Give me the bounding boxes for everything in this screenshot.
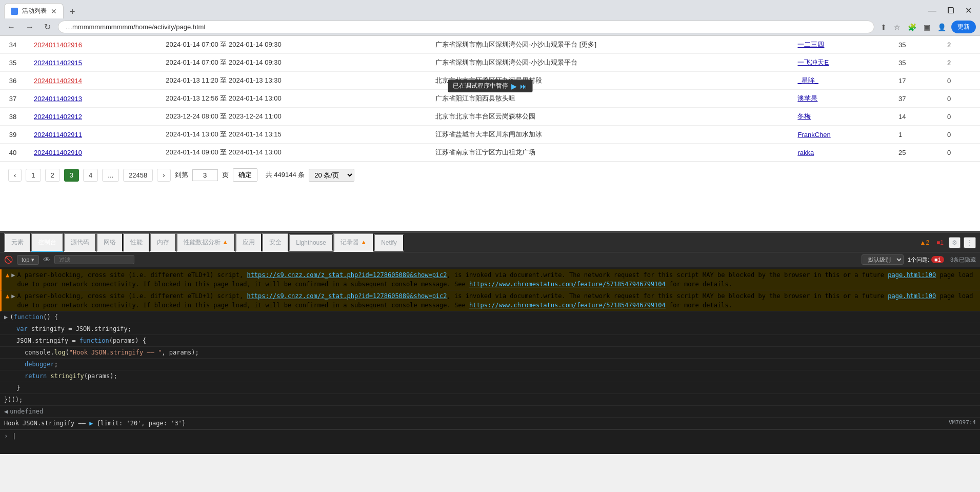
- console-eye-button[interactable]: 👁: [43, 255, 50, 264]
- close-window-button[interactable]: ✕: [961, 5, 976, 16]
- page-2-button[interactable]: 2: [45, 169, 60, 182]
- warning-file-link-2[interactable]: page.html:100: [888, 292, 936, 300]
- tab-recorder[interactable]: 记录器 ▲: [333, 233, 374, 252]
- tab-security[interactable]: 安全: [262, 233, 289, 252]
- console-code-line-2: var stringify = JSON.stringify;: [0, 323, 980, 335]
- maximize-button[interactable]: ⧠: [943, 5, 959, 16]
- back-button[interactable]: ←: [4, 22, 18, 33]
- devtools-settings-button[interactable]: ⚙: [949, 237, 961, 248]
- activity-time: 2024-01-14 09:00 至 2024-01-14 13:00: [157, 144, 427, 162]
- page-4-button[interactable]: 4: [83, 169, 98, 182]
- expand-icon[interactable]: ▶: [11, 270, 15, 280]
- total-count: 共 449144 条: [266, 170, 305, 180]
- address-input[interactable]: [58, 21, 874, 33]
- tab-console[interactable]: 控制台: [31, 233, 64, 252]
- warning-link-1[interactable]: https://s9.cnzz.com/z_stat.php?id=127860…: [247, 271, 447, 279]
- code-expand-icon[interactable]: ▶: [4, 312, 8, 322]
- activity-author[interactable]: rakka: [789, 144, 890, 162]
- forward-button[interactable]: →: [23, 22, 37, 33]
- console-output-hook: Hook JSON.stringify —— ▶ {limit: '20', p…: [0, 418, 980, 429]
- code-text-6: return stringify(params);: [25, 371, 976, 381]
- output-expand: ◀: [4, 407, 8, 416]
- warning-file-link-1[interactable]: page.html:100: [888, 271, 936, 279]
- chevron-down-icon: ▾: [31, 257, 34, 263]
- console-code-line-1: ▶ (function() {: [0, 311, 980, 323]
- issue-count: ■1: [931, 256, 944, 263]
- activity-author[interactable]: 冬梅: [789, 108, 890, 126]
- step-button[interactable]: ⏭: [520, 82, 527, 90]
- minimize-button[interactable]: —: [924, 5, 941, 16]
- console-clear-button[interactable]: 🚫: [4, 255, 13, 264]
- activity-id[interactable]: 2024011402913: [26, 90, 157, 108]
- console-toolbar: 🚫 top ▾ 👁 默认级别 1个问题: ■1 3条已隐藏: [0, 252, 980, 267]
- issue-count-badge: 1个问题: ■1: [908, 256, 944, 264]
- tab-performance[interactable]: 性能: [123, 233, 150, 252]
- console-cursor: |: [12, 432, 16, 440]
- activity-id[interactable]: 2024011402911: [26, 126, 157, 144]
- new-tab-button[interactable]: +: [66, 6, 79, 18]
- activity-id[interactable]: 2024011402912: [26, 108, 157, 126]
- page-ellipsis: ...: [102, 169, 119, 182]
- warning-text: A parser-blocking, cross site (i.e. diff…: [17, 270, 976, 289]
- warning-chromestatus-2[interactable]: https://www.chromestatus.com/feature/571…: [469, 302, 666, 309]
- goto-page-input[interactable]: [192, 169, 218, 181]
- tab-application[interactable]: 应用: [235, 233, 262, 252]
- tab-lighthouse[interactable]: Lighthouse: [289, 234, 333, 251]
- row-num: 36: [0, 72, 26, 90]
- share-icon[interactable]: ⬆: [878, 21, 889, 33]
- tab-close-icon[interactable]: ✕: [51, 7, 57, 15]
- table-row: 39 2024011402911 2024-01-14 13:00 至 2024…: [0, 126, 980, 144]
- next-page-button[interactable]: ›: [157, 169, 170, 182]
- console-warning-2: ▲ ▶ A parser-blocking, cross site (i.e. …: [0, 290, 980, 311]
- warning-text-2: A parser-blocking, cross site (i.e. diff…: [17, 291, 976, 310]
- activity-id[interactable]: 2024011402910: [26, 144, 157, 162]
- row-num: 40: [0, 144, 26, 162]
- activity-author[interactable]: 一飞冲天E: [789, 54, 890, 72]
- tab-network[interactable]: 网络: [96, 233, 123, 252]
- refresh-button[interactable]: ↻: [41, 21, 54, 33]
- warning-chromestatus-1[interactable]: https://www.chromestatus.com/feature/571…: [469, 281, 666, 288]
- per-page-select[interactable]: 20 条/页 50 条/页 100 条/页: [309, 169, 354, 182]
- extensions-icon[interactable]: 🧩: [906, 21, 918, 33]
- devtools-more-button[interactable]: ⋮: [964, 237, 976, 248]
- update-button[interactable]: 更新: [951, 21, 976, 33]
- page-3-button[interactable]: 3: [64, 169, 79, 182]
- sidebar-icon[interactable]: ▣: [922, 21, 932, 33]
- prev-page-button[interactable]: ‹: [8, 169, 22, 182]
- activity-author[interactable]: 澳苹果: [789, 90, 890, 108]
- warning-link-2[interactable]: https://s9.cnzz.com/z_stat.php?id=127860…: [247, 292, 447, 300]
- tab-area: 活动列表 ✕ +: [4, 3, 79, 18]
- table-row: 35 2024011402915 2024-01-14 07:00 至 2024…: [0, 54, 980, 72]
- last-page-button[interactable]: 22458: [123, 169, 153, 182]
- console-filter-input[interactable]: [54, 255, 134, 264]
- activity-author[interactable]: _星眸_: [789, 72, 890, 90]
- goto-confirm-button[interactable]: 确定: [233, 168, 257, 182]
- warning-count-badge: ▲2: [918, 238, 932, 247]
- tab-netify[interactable]: Netify: [374, 234, 404, 251]
- activity-id[interactable]: 2024011402916: [26, 36, 157, 54]
- expand-icon-2[interactable]: ▶: [11, 291, 15, 301]
- code-text-5: debugger;: [25, 360, 976, 369]
- activity-id[interactable]: 2024011402915: [26, 54, 157, 72]
- console-content[interactable]: ▲ ▶ A parser-blocking, cross site (i.e. …: [0, 267, 980, 454]
- resume-button[interactable]: ▶: [511, 82, 517, 90]
- activity-reviews: 0: [939, 108, 980, 126]
- tab-elements[interactable]: 元素: [4, 233, 31, 252]
- code-text-1: (function() {: [10, 312, 976, 322]
- activity-participants: 14: [890, 108, 939, 126]
- page-1-button[interactable]: 1: [26, 169, 41, 182]
- tab-memory[interactable]: 内存: [150, 233, 176, 252]
- activity-author[interactable]: 一二三四: [789, 36, 890, 54]
- tab-perf-insights[interactable]: 性能数据分析 ▲: [176, 233, 235, 252]
- console-output-undefined: ◀ undefined: [0, 406, 980, 418]
- profile-icon[interactable]: 👤: [935, 21, 948, 33]
- console-level-selector[interactable]: top ▾: [17, 255, 39, 265]
- activity-author[interactable]: FrankChen: [789, 126, 890, 144]
- table-row: 38 2024011402912 2023-12-24 08:00 至 2023…: [0, 108, 980, 126]
- activity-id[interactable]: 2024011402914: [26, 72, 157, 90]
- default-level-dropdown[interactable]: 默认级别: [862, 254, 904, 265]
- tab-sources[interactable]: 源代码: [64, 233, 96, 252]
- bookmark-icon[interactable]: ☆: [892, 21, 903, 33]
- console-code-line-6: return stringify(params);: [0, 370, 980, 382]
- active-tab[interactable]: 活动列表 ✕: [4, 3, 64, 18]
